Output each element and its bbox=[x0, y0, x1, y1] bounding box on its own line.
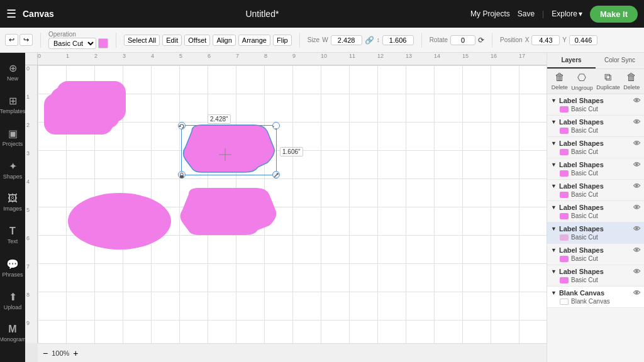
my-projects-button[interactable]: My Projects bbox=[470, 9, 510, 18]
eye-icon[interactable]: 👁 bbox=[633, 161, 640, 168]
panel-action-delete2[interactable]: 🗑 Delete bbox=[623, 72, 640, 91]
eye-icon[interactable]: 👁 bbox=[633, 246, 640, 254]
layer-chevron-icon: ▼ bbox=[551, 204, 557, 211]
panel-action-delete[interactable]: 🗑 Delete bbox=[552, 72, 568, 91]
phrases-icon: 💬 bbox=[6, 258, 19, 270]
layer-color-swatch bbox=[560, 128, 569, 134]
operation-color-swatch bbox=[98, 38, 108, 48]
layer-color-swatch bbox=[560, 299, 569, 305]
layer-item[interactable]: ▼Label Shapes👁Basic Cut bbox=[547, 116, 644, 137]
layer-sub-label: Basic Cut bbox=[571, 170, 598, 177]
layer-name: Label Shapes bbox=[559, 225, 604, 233]
height-input[interactable] bbox=[382, 35, 414, 45]
svg-rect-2 bbox=[44, 94, 113, 134]
operation-select[interactable]: Basic Cut bbox=[48, 38, 96, 49]
eye-icon[interactable]: 👁 bbox=[633, 204, 640, 211]
eye-icon[interactable]: 👁 bbox=[633, 182, 640, 190]
layer-sub-label: Basic Cut bbox=[571, 106, 598, 112]
edit-button[interactable]: Edit bbox=[162, 35, 182, 46]
w-label: W bbox=[322, 36, 328, 43]
undo-button[interactable]: ↩ bbox=[5, 34, 18, 46]
y-input[interactable] bbox=[569, 35, 597, 45]
panel-tabs: Layers Color Sync bbox=[547, 53, 644, 69]
select-all-button[interactable]: Select All bbox=[124, 35, 160, 46]
tab-color-sync[interactable]: Color Sync bbox=[596, 53, 644, 69]
svg-point-3 bbox=[68, 193, 171, 250]
sidebar-item-phrases[interactable]: 💬 Phrases bbox=[1, 252, 24, 283]
link-dimensions-icon: 🔗 bbox=[365, 36, 374, 45]
menu-icon[interactable]: ☰ bbox=[6, 7, 16, 21]
sidebar-item-templates[interactable]: ⊞ Templates bbox=[1, 89, 24, 120]
redo-button[interactable]: ↪ bbox=[19, 34, 33, 46]
layer-chevron-icon: ▼ bbox=[551, 226, 557, 232]
main: ⊕ New ⊞ Templates ▣ Projects ✦ Shapes 🖼 … bbox=[0, 53, 644, 362]
layer-item[interactable]: ▼Label Shapes👁Basic Cut bbox=[547, 201, 644, 222]
zoom-out-button[interactable]: − bbox=[43, 348, 48, 358]
layer-sub-label: Basic Cut bbox=[571, 255, 598, 262]
layer-name: Label Shapes bbox=[559, 204, 604, 211]
explore-button[interactable]: Explore ▾ bbox=[552, 9, 582, 18]
x-input[interactable] bbox=[531, 35, 560, 45]
bottom-bar: − 100% + bbox=[38, 343, 547, 362]
layer-sub-label: Basic Cut bbox=[571, 212, 598, 219]
ruler-horizontal: 0 1 2 3 4 5 6 7 8 9 10 11 12 13 14 15 16… bbox=[38, 53, 547, 65]
layer-chevron-icon: ▼ bbox=[551, 290, 557, 296]
sidebar-item-label-images: Images bbox=[3, 206, 22, 212]
layer-name: Label Shapes bbox=[559, 268, 604, 275]
sidebar-item-text[interactable]: T Text bbox=[1, 219, 24, 251]
eye-icon[interactable]: 👁 bbox=[633, 268, 640, 275]
sidebar-item-label-new: New bbox=[7, 75, 18, 82]
layer-item[interactable]: ▼Label Shapes👁Basic Cut bbox=[547, 137, 644, 158]
layer-item[interactable]: ▼Label Shapes👁Basic Cut bbox=[547, 94, 644, 116]
width-input[interactable] bbox=[331, 35, 362, 45]
sidebar-item-projects[interactable]: ▣ Projects bbox=[1, 121, 24, 153]
sidebar-item-upload[interactable]: ⬆ Upload bbox=[1, 285, 24, 316]
panel-action-duplicate[interactable]: ⧉ Duplicate bbox=[596, 72, 620, 91]
sidebar-item-label-upload: Upload bbox=[4, 304, 22, 310]
sidebar-item-shapes[interactable]: ✦ Shapes bbox=[1, 154, 24, 185]
chevron-down-icon: ▾ bbox=[579, 9, 582, 18]
layer-item[interactable]: ▼Label Shapes👁Basic Cut bbox=[547, 244, 644, 265]
eye-icon[interactable]: 👁 bbox=[633, 97, 640, 104]
tab-layers[interactable]: Layers bbox=[547, 53, 596, 69]
templates-icon: ⊞ bbox=[9, 95, 17, 107]
layer-chevron-icon: ▼ bbox=[551, 97, 557, 104]
canvas-area[interactable]: 0 1 2 3 4 5 6 7 8 9 10 11 12 13 14 15 16… bbox=[25, 53, 547, 362]
layer-item[interactable]: ▼Label Shapes👁Basic Cut bbox=[547, 222, 644, 244]
arrange-button[interactable]: Arrange bbox=[238, 35, 270, 46]
layer-color-swatch bbox=[560, 234, 569, 241]
save-button[interactable]: Save bbox=[518, 9, 535, 18]
projects-icon: ▣ bbox=[8, 128, 18, 140]
layer-chevron-icon: ▼ bbox=[551, 183, 557, 189]
sidebar-item-monogram[interactable]: M Monogram bbox=[1, 317, 24, 349]
layer-chevron-icon: ▼ bbox=[551, 140, 557, 146]
images-icon: 🖼 bbox=[8, 193, 18, 204]
width-dimension-label: 2.428" bbox=[208, 114, 231, 124]
layer-item[interactable]: ▼Blank Canvas👁Blank Canvas bbox=[547, 287, 644, 308]
eye-icon[interactable]: 👁 bbox=[633, 225, 640, 233]
layer-item[interactable]: ▼Label Shapes👁Basic Cut bbox=[547, 265, 644, 287]
zoom-in-button[interactable]: + bbox=[73, 348, 78, 358]
canvas-grid[interactable]: 2.428" 1.606" bbox=[38, 65, 547, 343]
panel-action-ungroup[interactable]: ⎔ Ungroup bbox=[571, 72, 593, 91]
eye-icon[interactable]: 👁 bbox=[633, 118, 640, 126]
sidebar-item-label-phrases: Phrases bbox=[2, 272, 23, 278]
align-button[interactable]: Align bbox=[213, 35, 235, 46]
eye-icon[interactable]: 👁 bbox=[633, 289, 640, 297]
sidebar-item-images[interactable]: 🖼 Images bbox=[1, 187, 24, 218]
layer-color-swatch bbox=[560, 277, 569, 283]
delete-icon: 🗑 bbox=[555, 72, 565, 83]
offset-button[interactable]: Offset bbox=[184, 35, 210, 46]
upload-icon: ⬆ bbox=[9, 291, 17, 303]
sidebar-item-new[interactable]: ⊕ New bbox=[1, 56, 24, 87]
layer-item[interactable]: ▼Label Shapes👁Basic Cut bbox=[547, 180, 644, 201]
layer-item[interactable]: ▼Label Shapes👁Basic Cut bbox=[547, 158, 644, 180]
eye-icon[interactable]: 👁 bbox=[633, 140, 640, 147]
sidebar-item-label-text: Text bbox=[8, 238, 18, 244]
flip-button[interactable]: Flip bbox=[273, 35, 292, 46]
make-it-button[interactable]: Make It bbox=[590, 6, 638, 23]
app-title: Canvas bbox=[23, 9, 54, 19]
sidebar-item-label-monogram: Monogram bbox=[0, 336, 26, 343]
rotate-input[interactable] bbox=[450, 35, 475, 45]
panel-action-ungroup-label: Ungroup bbox=[571, 85, 593, 91]
